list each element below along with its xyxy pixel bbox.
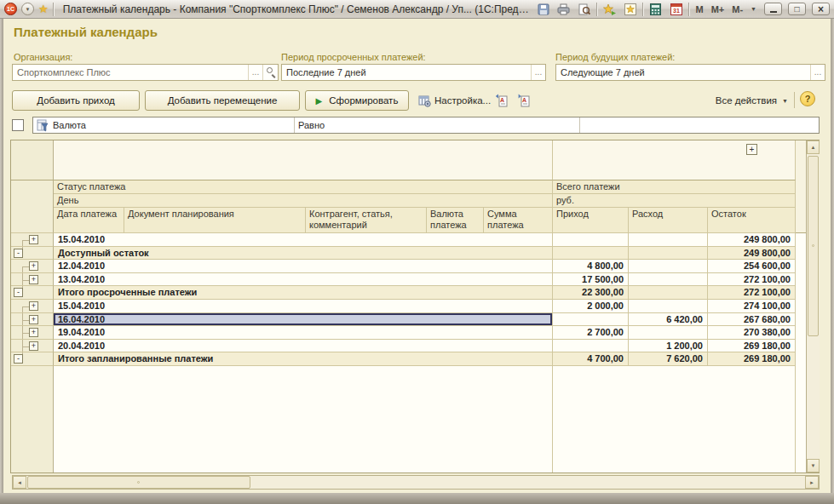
group-row-label[interactable]: Доступный остаток xyxy=(54,247,553,261)
load-settings-button[interactable]: A xyxy=(518,92,532,109)
expand-row-button[interactable]: + xyxy=(29,261,38,271)
balance-cell[interactable]: 269 180,00 xyxy=(708,352,796,366)
organization-select-button[interactable]: ... xyxy=(248,65,262,80)
balance-cell[interactable]: 254 600,00 xyxy=(708,260,796,273)
expense-cell[interactable] xyxy=(629,260,708,273)
expense-cell[interactable] xyxy=(629,326,708,340)
filter-field-cell[interactable]: Валюта xyxy=(33,117,295,133)
balance-cell[interactable]: 269 180,00 xyxy=(708,340,796,353)
memory-recall-button[interactable]: M xyxy=(693,4,705,14)
future-period-field[interactable]: Следующие 7 дней ... xyxy=(555,64,825,81)
close-icon: × xyxy=(818,4,824,14)
scroll-right-button[interactable]: ► xyxy=(805,476,819,489)
income-cell[interactable] xyxy=(553,247,629,261)
add-to-favorites-button[interactable] xyxy=(601,2,618,16)
table-row-label[interactable]: 12.04.2010 xyxy=(54,260,553,273)
horizontal-scroll-thumb[interactable] xyxy=(27,476,250,489)
main-menu-button[interactable]: ▼ xyxy=(21,3,34,15)
calendar-button[interactable]: 31 xyxy=(668,2,684,16)
save-button[interactable] xyxy=(535,2,551,16)
organization-field[interactable]: Спорткомплекс Плюс ... xyxy=(12,64,279,81)
income-cell[interactable]: 2 700,00 xyxy=(553,326,629,340)
expense-cell[interactable] xyxy=(629,273,708,287)
minimize-button[interactable] xyxy=(764,3,782,15)
maximize-button[interactable]: □ xyxy=(788,3,806,15)
add-income-button[interactable]: Добавить приход xyxy=(12,90,140,111)
balance-cell[interactable]: 274 100,00 xyxy=(708,300,796,313)
collapse-group-button[interactable]: - xyxy=(14,354,23,364)
income-cell[interactable]: 22 300,00 xyxy=(553,286,629,300)
future-period-value[interactable]: Следующие 7 дней xyxy=(556,67,810,77)
filter-enable-checkbox[interactable] xyxy=(12,119,24,131)
filter-value-cell[interactable] xyxy=(580,117,819,133)
memory-subtract-button[interactable]: M- xyxy=(730,4,745,14)
search-icon[interactable] xyxy=(262,65,278,80)
overdue-period-select-button[interactable]: ... xyxy=(531,65,545,80)
income-cell[interactable]: 17 500,00 xyxy=(553,273,629,287)
favorites-list-button[interactable] xyxy=(622,2,638,16)
save-settings-button[interactable]: A xyxy=(496,92,509,109)
expense-cell[interactable] xyxy=(629,233,708,247)
right-arrow-icon: ► xyxy=(809,480,814,485)
expand-row-button[interactable]: + xyxy=(29,315,38,324)
balance-cell[interactable]: 267 680,00 xyxy=(708,313,796,327)
group-row-label[interactable]: Итого просроченные платежи xyxy=(54,286,553,300)
overdue-period-field[interactable]: Последние 7 дней ... xyxy=(281,64,546,81)
table-row-label[interactable]: 19.04.2010 xyxy=(54,326,553,340)
titlebar-more-button[interactable]: ▼ xyxy=(749,6,758,12)
help-button[interactable]: ? xyxy=(800,91,815,106)
expense-cell[interactable] xyxy=(629,247,708,261)
income-cell[interactable]: 2 000,00 xyxy=(553,300,629,313)
expand-row-button[interactable]: + xyxy=(29,275,38,284)
horizontal-scrollbar[interactable]: ◄ ► xyxy=(12,475,820,490)
group-row-label[interactable]: Итого запланированные платежи xyxy=(54,352,553,366)
scroll-left-button[interactable]: ◄ xyxy=(13,476,26,489)
income-cell[interactable]: 4 800,00 xyxy=(553,260,629,273)
income-cell[interactable] xyxy=(553,233,629,247)
table-row-label[interactable]: 15.04.2010 xyxy=(54,233,553,247)
organization-value[interactable]: Спорткомплекс Плюс xyxy=(13,67,248,77)
balance-cell[interactable]: 249 800,00 xyxy=(708,247,796,261)
collapse-group-button[interactable]: - xyxy=(14,288,23,297)
filter-condition-cell[interactable]: Равно xyxy=(295,117,580,133)
balance-cell[interactable]: 272 100,00 xyxy=(708,273,796,287)
table-row-label[interactable]: 15.04.2010 xyxy=(54,300,553,313)
expense-cell[interactable]: 1 200,00 xyxy=(629,340,708,353)
all-actions-button[interactable]: Все действия ▼ xyxy=(716,92,788,109)
expand-row-button[interactable]: + xyxy=(29,235,38,244)
overdue-period-value[interactable]: Последние 7 дней xyxy=(282,67,531,77)
favorites-star-button[interactable]: ★ xyxy=(38,3,49,14)
add-transfer-button[interactable]: Добавить перемещение xyxy=(145,90,300,111)
print-preview-button[interactable] xyxy=(576,2,592,16)
vertical-scrollbar[interactable]: ▲ ▼ xyxy=(806,140,820,472)
table-row-label[interactable]: 20.04.2010 xyxy=(54,340,553,353)
expand-row-button[interactable]: + xyxy=(29,328,38,337)
column-expander-button[interactable]: + xyxy=(746,144,757,155)
balance-cell[interactable]: 270 380,00 xyxy=(708,326,796,340)
balance-cell[interactable]: 249 800,00 xyxy=(708,233,796,247)
expense-cell[interactable]: 6 420,00 xyxy=(629,313,708,327)
income-cell[interactable] xyxy=(553,340,629,353)
future-period-select-button[interactable]: ... xyxy=(810,65,825,80)
income-cell[interactable]: 4 700,00 xyxy=(553,352,629,366)
memory-add-button[interactable]: M+ xyxy=(710,4,727,14)
calculator-button[interactable] xyxy=(647,2,664,16)
balance-cell[interactable]: 272 100,00 xyxy=(708,286,796,300)
scroll-down-button[interactable]: ▼ xyxy=(807,459,820,472)
generate-button[interactable]: ▶ Сформировать xyxy=(305,90,409,111)
income-cell[interactable] xyxy=(553,313,629,327)
scroll-up-button[interactable]: ▲ xyxy=(807,140,820,154)
settings-button[interactable]: Настройка... xyxy=(417,92,491,109)
print-button[interactable] xyxy=(555,2,572,16)
expense-cell[interactable]: 7 620,00 xyxy=(629,352,708,366)
expense-cell[interactable] xyxy=(629,300,708,313)
expense-cell[interactable] xyxy=(629,286,708,300)
selected-row-label[interactable]: 16.04.2010 xyxy=(54,313,553,327)
expand-row-button[interactable]: + xyxy=(29,301,38,311)
vertical-scroll-thumb[interactable] xyxy=(808,156,819,336)
expand-row-button[interactable]: + xyxy=(29,341,38,351)
load-settings-icon: A xyxy=(518,94,532,107)
table-row-label[interactable]: 13.04.2010 xyxy=(54,273,553,287)
close-button[interactable]: × xyxy=(812,3,830,15)
collapse-group-button[interactable]: - xyxy=(14,249,23,258)
